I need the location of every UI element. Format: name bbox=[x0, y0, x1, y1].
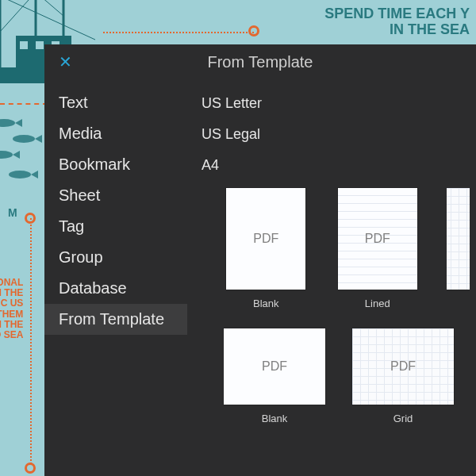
section-a4[interactable]: A4 bbox=[202, 157, 470, 174]
sidebar-item-group[interactable]: Group bbox=[44, 242, 187, 273]
template-label: Grid bbox=[393, 413, 413, 424]
svg-point-14 bbox=[9, 171, 31, 178]
template-label: Blank bbox=[262, 413, 288, 424]
svg-rect-8 bbox=[20, 41, 28, 49]
svg-line-6 bbox=[0, 0, 36, 32]
sidebar: Text Media Bookmark Sheet Tag Group Data… bbox=[44, 79, 187, 476]
sidebar-item-text[interactable]: Text bbox=[44, 87, 187, 118]
bg-caption-left: ONAL N THE IC US THEM N THE O SEA bbox=[0, 278, 23, 340]
bg-caption-right: SPEND TIME EACH Y IN THE SEA bbox=[324, 6, 470, 38]
bg-dot bbox=[25, 213, 36, 224]
template-row: PDF Blank PDF Grid bbox=[224, 328, 470, 424]
bg-dotted-line-h bbox=[103, 32, 254, 33]
sidebar-item-tag[interactable]: Tag bbox=[44, 211, 187, 242]
svg-line-7 bbox=[36, 0, 63, 16]
bg-letters: R M bbox=[0, 206, 20, 219]
fish-illustration bbox=[0, 111, 48, 198]
panel-body: Text Media Bookmark Sheet Tag Group Data… bbox=[44, 79, 476, 476]
template-partial[interactable] bbox=[447, 188, 470, 309]
pdf-badge: PDF bbox=[253, 232, 278, 246]
svg-point-11 bbox=[0, 119, 15, 127]
panel-header: ✕ From Template bbox=[44, 44, 476, 79]
template-panel: ✕ From Template Text Media Bookmark Shee… bbox=[44, 44, 476, 476]
pdf-badge: PDF bbox=[390, 359, 416, 374]
template-blank-portrait[interactable]: PDF Blank bbox=[224, 188, 308, 309]
svg-point-12 bbox=[13, 135, 35, 143]
sidebar-item-from-template[interactable]: From Template bbox=[44, 304, 187, 335]
template-thumb: PDF bbox=[224, 328, 325, 405]
bg-dot bbox=[248, 25, 259, 36]
close-button[interactable]: ✕ bbox=[56, 52, 75, 71]
sidebar-item-media[interactable]: Media bbox=[44, 118, 187, 149]
template-label: Blank bbox=[253, 298, 279, 309]
section-us-legal[interactable]: US Legal bbox=[202, 126, 470, 143]
template-thumb: PDF bbox=[338, 188, 417, 290]
sidebar-item-bookmark[interactable]: Bookmark bbox=[44, 149, 187, 180]
template-thumb bbox=[447, 188, 470, 290]
pdf-badge: PDF bbox=[365, 232, 390, 246]
sidebar-item-sheet[interactable]: Sheet bbox=[44, 180, 187, 211]
svg-line-4 bbox=[0, 0, 95, 40]
template-thumb: PDF bbox=[352, 328, 454, 405]
template-lined-portrait[interactable]: PDF Lined bbox=[335, 188, 419, 309]
pdf-badge: PDF bbox=[262, 359, 287, 374]
section-us-letter[interactable]: US Letter bbox=[202, 95, 470, 112]
app-background: SPEND TIME EACH Y IN THE SEA R M ONAL N … bbox=[0, 0, 476, 476]
template-row: PDF Blank PDF Lined bbox=[224, 188, 470, 309]
template-content: US Letter US Legal A4 PDF Blank PDF Line… bbox=[187, 79, 476, 476]
svg-rect-9 bbox=[36, 41, 44, 49]
template-blank-landscape[interactable]: PDF Blank bbox=[224, 328, 325, 424]
bg-dash bbox=[0, 103, 48, 105]
panel-title: From Template bbox=[44, 53, 476, 71]
template-grid-landscape[interactable]: PDF Grid bbox=[352, 328, 454, 424]
template-label: Lined bbox=[365, 298, 390, 309]
sidebar-item-database[interactable]: Database bbox=[44, 273, 187, 304]
bg-dot bbox=[25, 463, 36, 474]
svg-point-13 bbox=[0, 151, 13, 159]
bg-dotted-line bbox=[30, 218, 32, 464]
template-thumb: PDF bbox=[226, 188, 305, 290]
close-icon: ✕ bbox=[59, 52, 72, 71]
